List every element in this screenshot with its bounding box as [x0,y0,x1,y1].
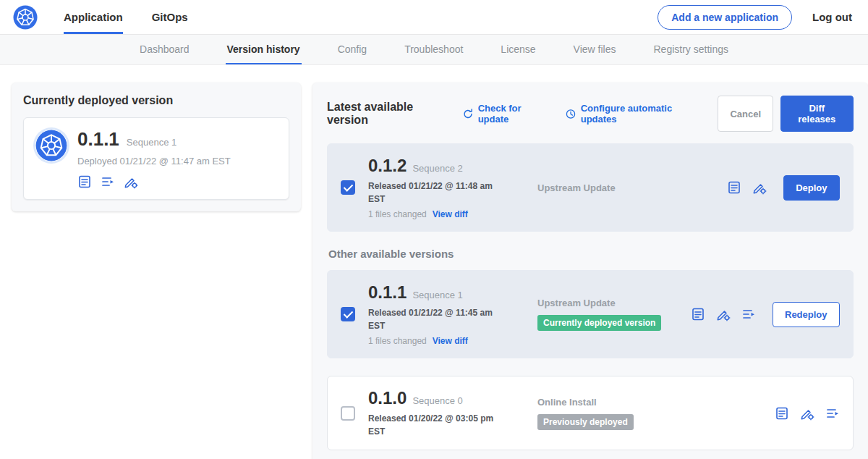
edit-config-icon[interactable] [124,174,138,189]
logout-link[interactable]: Log out [812,11,852,23]
source-label: Upstream Update [537,182,691,193]
add-application-button[interactable]: Add a new application [658,5,792,30]
version-number: 0.1.1 [368,282,407,303]
app-subnav: Dashboard Version history Config Trouble… [0,35,868,65]
logs-icon[interactable] [101,174,115,189]
top-navbar: Application GitOps Add a new application… [0,0,868,35]
deploy-button[interactable]: Deploy [783,175,839,201]
release-notes-icon[interactable] [775,406,789,421]
deployed-card-title: Currently deployed version [23,94,289,107]
subnav-item-registry-settings[interactable]: Registry settings [652,35,730,64]
released-timestamp: Released 01/21/22 @ 11:48 am EST [368,180,498,206]
version-info: 0.1.0 Sequence 0 Released 01/20/22 @ 03:… [368,388,507,438]
currently-deployed-badge: Currently deployed version [537,315,661,331]
previously-deployed-badge: Previously deployed [537,414,634,430]
kubernetes-app-icon [35,130,67,161]
edit-config-icon[interactable] [800,406,814,421]
version-actions: Redeploy [691,302,840,327]
check-for-update-label: Check for update [478,103,550,125]
panel-header-actions: Cancel Diff releases [718,96,853,132]
diff-releases-button[interactable]: Diff releases [780,96,853,132]
subnav-item-version-history[interactable]: Version history [226,35,302,64]
other-versions-title: Other available versions [328,248,854,260]
currently-deployed-card: Currently deployed version 0.1.1 Sequenc… [12,83,301,211]
source-label: Online Install [537,397,691,408]
app-logo [13,0,38,34]
deployed-timestamp: Deployed 01/21/22 @ 11:47 am EST [77,156,231,167]
released-timestamp: Released 01/20/22 @ 03:05 pm EST [368,412,498,438]
release-notes-icon[interactable] [77,174,92,189]
clock-refresh-icon [565,108,576,120]
files-changed-label: 1 files changed [368,209,427,219]
kubernetes-logo-icon [13,5,38,30]
redeploy-button[interactable]: Redeploy [773,302,840,327]
sequence-label: Sequence 2 [412,163,462,174]
version-source: Upstream Update [537,182,691,193]
sequence-label: Sequence 0 [412,395,462,406]
version-row: 0.1.2 Sequence 2 Released 01/21/22 @ 11:… [327,143,854,232]
versions-panel-header: Latest available version Check for updat… [327,96,854,132]
edit-config-icon[interactable] [752,180,767,195]
deployed-version-card: 0.1.1 Sequence 1 Deployed 01/21/22 @ 11:… [23,117,289,200]
version-source: Online Install Previously deployed [537,397,691,430]
logs-icon[interactable] [825,406,840,421]
versions-panel: Latest available version Check for updat… [312,83,868,459]
top-nav-right: Add a new application Log out [658,0,852,34]
top-nav-tabs: Application GitOps [64,0,188,34]
deployed-version-details: 0.1.1 Sequence 1 Deployed 01/21/22 @ 11:… [77,128,231,189]
deployed-version-number: 0.1.1 [77,128,119,151]
subnav-item-dashboard[interactable]: Dashboard [138,35,191,64]
latest-version-title: Latest available version [327,101,451,127]
subnav-item-license[interactable]: License [499,35,537,64]
version-actions [775,406,840,421]
view-diff-link[interactable]: View diff [433,209,468,219]
version-info: 0.1.2 Sequence 2 Released 01/21/22 @ 11:… [368,156,507,219]
deployed-action-icons [77,174,231,189]
subnav-item-config[interactable]: Config [336,35,368,64]
check-for-update-link[interactable]: Check for update [462,103,550,125]
view-diff-link[interactable]: View diff [433,336,468,346]
tab-gitops[interactable]: GitOps [152,0,188,34]
source-label: Upstream Update [537,298,691,308]
files-changed-label: 1 files changed [368,336,427,346]
logs-icon[interactable] [741,307,756,321]
version-row: 0.1.1 Sequence 1 Released 01/21/22 @ 11:… [327,270,854,358]
release-notes-icon[interactable] [691,307,705,321]
released-timestamp: Released 01/21/22 @ 11:45 am EST [368,306,498,332]
main-content: Currently deployed version 0.1.1 Sequenc… [0,65,868,459]
deployed-sequence-label: Sequence 1 [127,137,176,148]
cancel-button[interactable]: Cancel [718,96,773,132]
subnav-item-view-files[interactable]: View files [572,35,618,64]
version-checkbox[interactable] [341,406,355,421]
subnav-item-troubleshoot[interactable]: Troubleshoot [403,35,464,64]
release-notes-icon[interactable] [727,180,741,195]
version-source: Upstream Update Currently deployed versi… [537,298,691,331]
sequence-label: Sequence 1 [412,290,462,300]
tab-application[interactable]: Application [64,0,123,34]
version-number: 0.1.2 [368,156,407,176]
configure-updates-link[interactable]: Configure automatic updates [565,103,704,125]
version-checkbox[interactable] [341,307,355,321]
version-actions: Deploy [727,175,839,201]
version-checkbox[interactable] [341,180,355,195]
configure-updates-label: Configure automatic updates [581,103,704,125]
edit-config-icon[interactable] [716,307,731,321]
version-number: 0.1.0 [368,388,407,408]
version-row: 0.1.0 Sequence 0 Released 01/20/22 @ 03:… [327,376,854,450]
version-info: 0.1.1 Sequence 1 Released 01/21/22 @ 11:… [368,282,507,346]
refresh-icon [462,108,474,120]
